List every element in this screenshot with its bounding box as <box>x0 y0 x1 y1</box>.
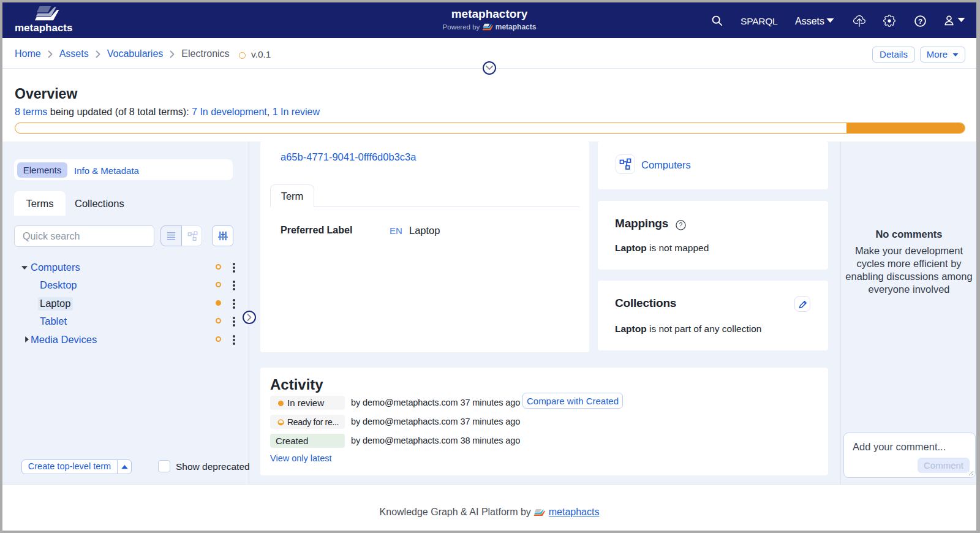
svg-text:?: ? <box>918 18 922 25</box>
svg-text:?: ? <box>679 222 683 229</box>
